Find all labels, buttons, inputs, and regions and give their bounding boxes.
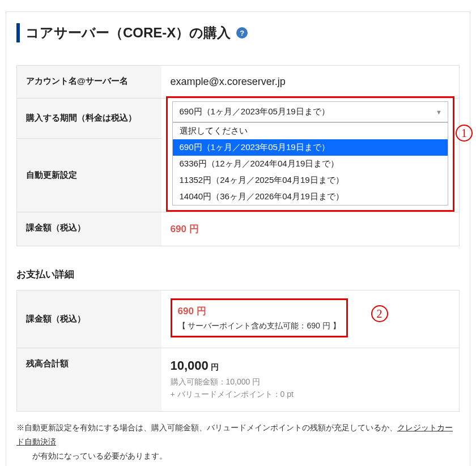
balance-sub-1: 購入可能金額：10,000 円 [171, 375, 450, 388]
row-balance: 残高合計額 10,000 円 購入可能金額：10,000 円 + バリュードメイ… [17, 348, 460, 412]
bill2-highlight: 690 円 【 サーバーポイント含め支払可能：690 円 】 [171, 298, 348, 337]
row-account: アカウント名@サーバー名 example@x.coreserver.jp [17, 66, 460, 99]
balance-value: 10,000 [171, 358, 209, 373]
note-prefix: ※自動更新設定を有効にする場合は、購入可能金額、バリュードメインポイントの残額が… [16, 423, 397, 432]
period-option-placeholder[interactable]: 選択してください [173, 123, 448, 139]
payment-detail-table: 課金額（税込） 690 円 【 サーバーポイント含め支払可能：690 円 】 2… [16, 290, 460, 412]
balance-unit: 円 [211, 362, 219, 371]
period-select[interactable]: 690円（1ヶ月／2023年05月19日まで） ▼ [172, 101, 449, 122]
page-container: コアサーバー（CORE-X）の購入 ? アカウント名@サーバー名 example… [6, 11, 470, 466]
account-label: アカウント名@サーバー名 [17, 66, 162, 99]
account-value-cell: example@x.coreserver.jp [162, 66, 460, 99]
bill2-value-cell: 690 円 【 サーバーポイント含め支払可能：690 円 】 2 [162, 290, 460, 348]
bill2-label: 課金額（税込） [17, 290, 162, 348]
period-select-value: 690円（1ヶ月／2023年05月19日まで） [180, 106, 330, 116]
period-option-3[interactable]: 11352円（24ヶ月／2025年04月19日まで） [173, 172, 448, 189]
purchase-form-table: アカウント名@サーバー名 example@x.coreserver.jp 購入す… [16, 65, 460, 246]
server-point-note: 【 サーバーポイント含め支払可能：690 円 】 [178, 321, 341, 331]
title-accent-bar [16, 23, 20, 42]
period-option-1[interactable]: 690円（1ヶ月／2023年05月19日まで） [173, 139, 448, 156]
period-option-2[interactable]: 6336円（12ヶ月／2024年04月19日まで） [173, 156, 448, 172]
help-icon[interactable]: ? [236, 27, 248, 39]
period-select-listbox: 選択してください 690円（1ヶ月／2023年05月19日まで） 6336円（1… [172, 122, 449, 206]
row-period: 購入する期間（料金は税込） 690円（1ヶ月／2023年05月19日まで） ▼ … [17, 99, 460, 139]
auto-renew-note: ※自動更新設定を有効にする場合は、購入可能金額、バリュードメインポイントの残額が… [16, 421, 460, 464]
note-suffix: が有効になっている必要があります。 [16, 449, 460, 463]
payment-detail-heading: お支払い詳細 [16, 268, 460, 281]
bill2-value: 690 円 [178, 305, 341, 318]
row-bill2: 課金額（税込） 690 円 【 サーバーポイント含め支払可能：690 円 】 2 [17, 290, 460, 348]
account-value: example@x.coreserver.jp [171, 76, 286, 87]
period-label: 購入する期間（料金は税込） [17, 99, 162, 139]
page-title-row: コアサーバー（CORE-X）の購入 ? [16, 23, 460, 42]
balance-sub-2: + バリュードメインポイント：0 pt [171, 388, 450, 400]
period-value-cell: 690円（1ヶ月／2023年05月19日まで） ▼ 選択してください 690円（… [162, 99, 460, 212]
period-dropdown-highlight: 690円（1ヶ月／2023年05月19日まで） ▼ 選択してください 690円（… [166, 96, 455, 212]
bill-value-cell: 690 円 [162, 212, 460, 246]
chevron-down-icon: ▼ [436, 109, 442, 116]
annotation-1: 1 [456, 125, 473, 142]
page-title: コアサーバー（CORE-X）の購入 [26, 24, 231, 42]
balance-value-cell: 10,000 円 購入可能金額：10,000 円 + バリュードメインポイント：… [162, 348, 460, 412]
bill-label: 課金額（税込） [17, 212, 162, 246]
period-option-4[interactable]: 14040円（36ヶ月／2026年04月19日まで） [173, 189, 448, 205]
balance-label: 残高合計額 [17, 348, 162, 412]
annotation-2: 2 [371, 305, 388, 322]
balance-sub: 購入可能金額：10,000 円 + バリュードメインポイント：0 pt [171, 375, 450, 401]
bill-value: 690 円 [171, 224, 199, 234]
auto-renew-label: 自動更新設定 [17, 138, 162, 212]
row-bill: 課金額（税込） 690 円 [17, 212, 460, 246]
